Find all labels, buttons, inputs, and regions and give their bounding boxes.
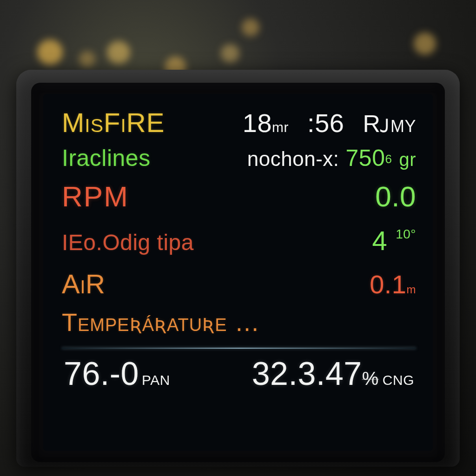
background-bokeh-light	[37, 40, 63, 65]
footer-right-value: 32.3.47%	[252, 356, 379, 392]
footer-right: 32.3.47%CNG	[252, 355, 414, 392]
eoodig-row: IEo.Odig tipa 4 10°	[62, 225, 416, 256]
rpm-label: RPM	[62, 180, 129, 213]
iraclines-label: Iraclines	[62, 145, 151, 172]
air-unit: m	[407, 283, 416, 296]
nochon-value: 750	[346, 145, 385, 171]
footer-right-suffix: %	[362, 368, 379, 389]
rpm-value: 0.0	[375, 180, 416, 213]
misfire-label: MisFiRE	[62, 107, 165, 138]
air-value: 0.1	[370, 270, 406, 299]
footer-right-unit: CNG	[383, 372, 414, 388]
air-value-group: 0.1m	[370, 269, 416, 299]
dashboard-bezel: MisFiRE 18mr :56 Rᴊmy Iraclines nochon-x…	[16, 70, 460, 467]
air-label: AiR	[62, 268, 105, 299]
eoodig-value: 4	[372, 225, 387, 256]
header-reading-1-value: 18	[243, 108, 272, 138]
iraclines-row: Iraclines nochon-x: 7506 gr	[62, 145, 416, 172]
background-bokeh-light	[107, 41, 130, 64]
footer-left-value: 76.-0	[64, 356, 139, 392]
divider-line	[62, 348, 416, 349]
eoodig-values: 4 10°	[372, 225, 416, 256]
eoodig-unit: 10°	[396, 227, 416, 242]
nochon-label: nochon-x:	[247, 147, 339, 171]
nochon-value-group: 7506 gr	[346, 145, 416, 172]
iraclines-values: nochon-x: 7506 gr	[247, 145, 416, 172]
footer-left-unit: PAN	[142, 372, 170, 388]
background-bokeh-light	[221, 44, 239, 63]
footer-row: 76.-0PAN 32.3.47%CNG	[62, 355, 416, 392]
header-row: MisFiRE 18mr :56 Rᴊmy	[62, 107, 416, 138]
header-reading-1-unit: mr	[272, 119, 289, 135]
header-label-right: Rᴊmy	[363, 110, 416, 138]
temperature-label: Tempeʀáʀatuʀe …	[62, 308, 260, 337]
footer-left: 76.-0PAN	[64, 355, 170, 392]
dashboard-screen: MisFiRE 18mr :56 Rᴊmy Iraclines nochon-x…	[43, 94, 433, 451]
temperature-row: Tempeʀáʀatuʀe …	[62, 308, 416, 337]
background-bokeh-light	[414, 33, 436, 55]
background-bokeh-light	[79, 51, 95, 67]
dashboard-bezel-inner: MisFiRE 18mr :56 Rᴊmy Iraclines nochon-x…	[31, 83, 445, 462]
header-reading-1: 18mr	[243, 108, 289, 138]
air-row: AiR 0.1m	[62, 268, 416, 299]
nochon-value-sup: 6	[385, 152, 392, 166]
eoodig-label: IEo.Odig tipa	[62, 230, 194, 255]
header-reading-2: :56	[307, 108, 344, 138]
background-bokeh-light	[242, 19, 259, 36]
header-values: 18mr :56 Rᴊmy	[243, 108, 416, 138]
nochon-unit: gr	[399, 149, 416, 170]
rpm-row: RPM 0.0	[62, 180, 416, 213]
